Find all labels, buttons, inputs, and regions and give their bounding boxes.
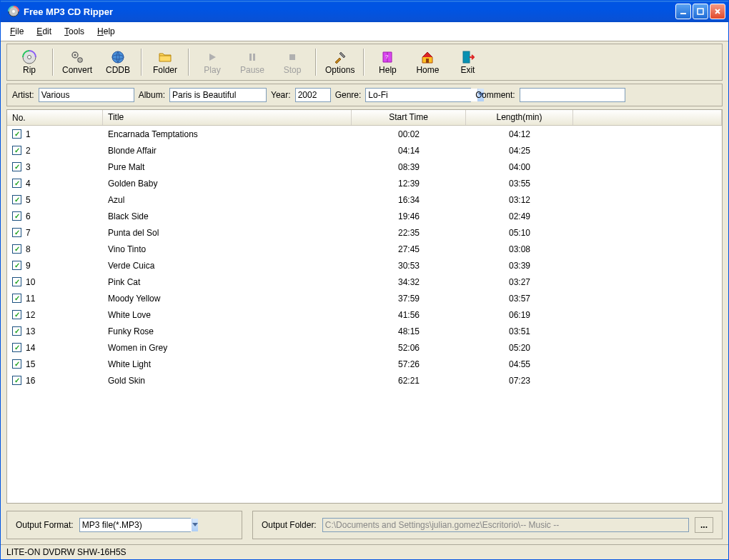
track-no: 6 [26, 211, 31, 221]
comment-field[interactable] [520, 88, 625, 102]
track-start: 52:06 [352, 341, 466, 354]
close-button[interactable] [710, 4, 725, 19]
menu-edit[interactable]: Edit [31, 25, 56, 38]
chevron-down-icon[interactable] [192, 519, 198, 531]
svg-rect-14 [289, 54, 295, 60]
help-button[interactable]: ? Help [367, 47, 407, 77]
track-start: 34:32 [352, 276, 466, 289]
home-button[interactable]: Home [407, 47, 447, 77]
pause-button[interactable]: Pause [232, 47, 272, 77]
genre-field[interactable] [366, 89, 477, 101]
table-row[interactable]: ✓9Verde Cuica30:5303:39 [7, 257, 722, 274]
play-button[interactable]: Play [192, 47, 232, 77]
track-length: 04:00 [466, 161, 573, 174]
checkbox-icon[interactable]: ✓ [12, 129, 21, 139]
track-title: Blonde Affair [103, 144, 352, 157]
table-row[interactable]: ✓4Golden Baby12:3903:55 [7, 175, 722, 191]
table-row[interactable]: ✓8Vino Tinto27:4503:08 [7, 241, 722, 257]
svg-point-5 [28, 56, 31, 59]
table-row[interactable]: ✓3Pure Malt08:3904:00 [7, 159, 722, 175]
track-no: 4 [26, 179, 31, 189]
menu-tools[interactable]: Tools [59, 25, 89, 38]
checkbox-icon[interactable]: ✓ [12, 195, 21, 204]
checkbox-icon[interactable]: ✓ [12, 228, 21, 237]
rip-button[interactable]: Rip [9, 47, 49, 77]
checkbox-icon[interactable]: ✓ [12, 179, 21, 188]
output-folder-field[interactable] [322, 518, 689, 532]
track-title: Golden Baby [103, 177, 352, 190]
checkbox-icon[interactable]: ✓ [12, 359, 21, 369]
track-no: 13 [26, 326, 35, 336]
column-start[interactable]: Start Time [352, 110, 466, 125]
globe-icon [110, 49, 126, 65]
artist-field[interactable] [39, 88, 134, 102]
checkbox-icon[interactable]: ✓ [12, 244, 21, 254]
gears-icon [69, 49, 85, 65]
folder-button[interactable]: Folder [145, 47, 185, 77]
checkbox-icon[interactable]: ✓ [12, 310, 21, 319]
checkbox-icon[interactable]: ✓ [12, 277, 21, 286]
checkbox-icon[interactable]: ✓ [12, 211, 21, 221]
svg-rect-16 [426, 59, 429, 63]
track-length: 03:12 [466, 194, 573, 206]
toolbar: Rip Convert CDDB Folder Play [6, 44, 723, 81]
track-start: 48:15 [352, 325, 466, 338]
track-title: Black Side [103, 210, 352, 223]
browse-button[interactable]: ... [695, 517, 713, 533]
column-title[interactable]: Title [103, 110, 352, 125]
checkbox-icon[interactable]: ✓ [12, 146, 21, 155]
output-format-combo[interactable] [79, 518, 191, 532]
titlebar[interactable]: Free MP3 CD Ripper [1, 1, 728, 22]
cd-icon [21, 49, 37, 65]
table-row[interactable]: ✓11Moody Yellow37:5903:57 [7, 290, 722, 306]
tools-icon [332, 49, 348, 65]
window-title: Free MP3 CD Ripper [24, 6, 675, 17]
checkbox-icon[interactable]: ✓ [12, 376, 21, 385]
exit-button[interactable]: Exit [447, 47, 487, 77]
table-row[interactable]: ✓6Black Side19:4602:49 [7, 208, 722, 224]
options-button[interactable]: Options [319, 47, 360, 77]
track-title: Gold Skin [103, 374, 352, 387]
menu-file[interactable]: File [5, 25, 29, 38]
album-field[interactable] [169, 88, 267, 102]
table-row[interactable]: ✓2Blonde Affair04:1404:25 [7, 142, 722, 159]
table-row[interactable]: ✓13Funky Rose48:1503:51 [7, 323, 722, 339]
table-row[interactable]: ✓5Azul16:3403:12 [7, 191, 722, 208]
checkbox-icon[interactable]: ✓ [12, 343, 21, 352]
house-icon [420, 49, 435, 65]
track-start: 57:26 [352, 358, 466, 371]
svg-point-7 [74, 54, 76, 56]
column-length[interactable]: Length(min) [466, 110, 573, 125]
genre-combo[interactable] [365, 88, 471, 102]
checkbox-icon[interactable]: ✓ [12, 261, 21, 270]
track-no: 8 [26, 244, 31, 254]
table-body[interactable]: ✓1Encarnada Temptations00:0204:12✓2Blond… [7, 126, 722, 503]
minimize-button[interactable] [675, 4, 691, 19]
year-field[interactable] [295, 88, 331, 102]
separator [188, 49, 189, 76]
column-no[interactable]: No. [7, 110, 103, 125]
output-format-field[interactable] [80, 519, 192, 531]
column-extra[interactable] [573, 110, 722, 125]
stop-button[interactable]: Stop [272, 47, 312, 77]
checkbox-icon[interactable]: ✓ [12, 162, 21, 171]
svg-rect-3 [698, 9, 703, 14]
door-icon [460, 49, 475, 65]
convert-button[interactable]: Convert [56, 47, 98, 77]
table-row[interactable]: ✓16Gold Skin62:2107:23 [7, 372, 722, 389]
table-row[interactable]: ✓15White Light57:2604:55 [7, 356, 722, 372]
separator [363, 49, 364, 76]
table-row[interactable]: ✓12White Love41:5606:19 [7, 306, 722, 323]
table-row[interactable]: ✓10Pink Cat34:3203:27 [7, 274, 722, 290]
table-row[interactable]: ✓7Punta del Sol22:3505:10 [7, 224, 722, 241]
maximize-button[interactable] [693, 4, 708, 19]
track-length: 03:27 [466, 276, 573, 289]
track-length: 03:55 [466, 177, 573, 190]
track-no: 11 [26, 294, 35, 304]
checkbox-icon[interactable]: ✓ [12, 326, 21, 336]
menu-help[interactable]: Help [92, 25, 120, 38]
table-row[interactable]: ✓14Women in Grey52:0605:20 [7, 339, 722, 356]
checkbox-icon[interactable]: ✓ [12, 294, 21, 303]
cddb-button[interactable]: CDDB [98, 47, 138, 77]
table-row[interactable]: ✓1Encarnada Temptations00:0204:12 [7, 126, 722, 142]
